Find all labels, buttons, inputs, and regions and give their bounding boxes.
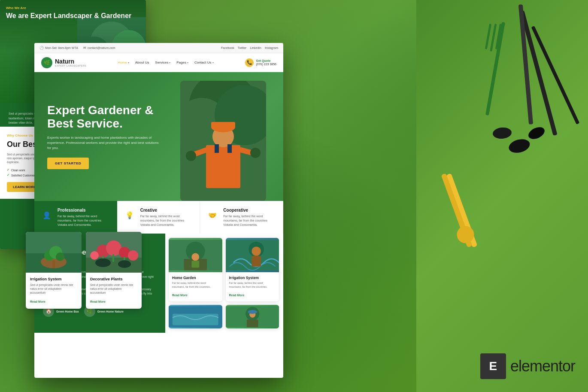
logo-tagline: EXPERT LANDSCAPERS	[55, 64, 86, 67]
card-landscaping	[226, 305, 279, 328]
topbar-social: Facebook Twitter LinkedIn Instagram	[221, 46, 278, 49]
svg-rect-66	[112, 254, 114, 262]
social-instagram[interactable]: Instagram	[265, 46, 278, 49]
card-irrigation: Irrigation System Far far away, behind t…	[226, 238, 279, 301]
irrigation-card-text: Sed ut perspiciatis unde omnis iste natu…	[30, 283, 77, 295]
irrigation-body: Irrigation System Far far away, behind t…	[226, 272, 279, 301]
back-eyebrow: Who We Are	[6, 6, 131, 10]
logo[interactable]: 🌿 Naturn EXPERT LANDSCAPERS	[41, 57, 86, 68]
svg-rect-43	[252, 256, 261, 267]
plants-card-img	[86, 232, 142, 273]
hero-section: Expert Gardener & Best Service. Experts …	[34, 72, 283, 201]
cooperative-icon: 🤝	[206, 209, 219, 222]
hero-subtitle: Experts worker in landscaping and home p…	[47, 135, 159, 151]
card-home-garden: Home Garden Far far away, behind the wor…	[169, 238, 222, 301]
cards-bottom-row	[165, 305, 279, 328]
svg-point-5	[527, 125, 546, 142]
irrigation-card-img	[26, 232, 82, 273]
svg-point-3	[507, 137, 531, 155]
card-pool	[169, 305, 222, 328]
logo-name: Naturn	[55, 58, 86, 64]
svg-point-32	[250, 148, 261, 158]
svg-rect-48	[246, 319, 258, 327]
social-linkedin[interactable]: LinkedIn	[250, 46, 261, 49]
social-twitter[interactable]: Twitter	[238, 46, 247, 49]
hero-worker-figure	[180, 81, 266, 201]
svg-point-56	[56, 252, 64, 261]
irrigation-text: Far far away, behind the word mountains,…	[229, 281, 276, 289]
creative-icon: 💡	[123, 209, 136, 222]
svg-point-68	[95, 258, 111, 267]
svg-rect-7	[485, 24, 491, 49]
quote-info: Get Quote (070) 223 3856	[256, 59, 276, 66]
back-hero-title: We are Expert Landscaper & Gardener	[6, 12, 131, 20]
feature-cooperative: 🤝 Cooperative Far far away, behind the w…	[200, 201, 283, 234]
svg-point-64	[128, 250, 138, 261]
social-facebook[interactable]: Facebook	[221, 46, 234, 49]
plants-card-body: Decorative Plants Sed ut perspiciatis un…	[86, 273, 142, 309]
svg-point-50	[248, 310, 257, 314]
logo-icon: 🌿	[41, 57, 52, 68]
home-garden-body: Home Garden Far far away, behind the wor…	[169, 272, 222, 301]
nav-contact[interactable]: Contact Us ▾	[194, 61, 214, 64]
tools-decoration	[416, 0, 588, 392]
feature-text-creative: Creative Far far away, behind the word m…	[140, 208, 194, 227]
hero-cta-button[interactable]: GET STARTED	[47, 158, 89, 169]
hero-content: Expert Gardener & Best Service. Experts …	[47, 104, 159, 170]
landscaping-img	[226, 305, 279, 328]
irrigation-card-title: Irrigation System	[30, 277, 77, 281]
topbar-hours: 🕐 Mon-Sat: 8am-6pm WTA	[39, 46, 78, 50]
badge-home-label: Green Home Box	[56, 310, 79, 313]
home-garden-link[interactable]: Read More	[172, 294, 188, 297]
image-cards-section: Home Garden Far far away, behind the wor…	[165, 234, 283, 333]
svg-point-31	[186, 151, 196, 161]
email-icon: ✉	[83, 46, 86, 50]
svg-point-4	[492, 127, 512, 140]
elementor-icon: E	[480, 353, 506, 379]
feature-desc-cooperative: Far far away, behind the word mountains,…	[223, 214, 277, 227]
feature-desc-professionals: Far far away, behind the word mountains,…	[58, 214, 111, 227]
feature-title-professionals: Professionals	[58, 208, 111, 213]
svg-rect-25	[206, 145, 240, 188]
plants-card-title: Decorative Plants	[90, 277, 137, 281]
nav-home[interactable]: Home ▾	[118, 61, 129, 64]
front-page-mockup: 🕐 Mon-Sat: 8am-6pm WTA ✉ contact@naturn.…	[34, 43, 283, 378]
tools-svg	[416, 0, 588, 392]
bottom-service-cards: Irrigation System Sed ut perspiciatis un…	[26, 232, 142, 309]
quote-phone: (070) 223 3856	[256, 63, 276, 66]
svg-point-42	[252, 247, 261, 256]
irrigation-card-link[interactable]: Read More	[30, 300, 45, 303]
svg-point-69	[118, 260, 131, 268]
plants-card-link[interactable]: Read More	[90, 300, 106, 303]
home-garden-title: Home Garden	[172, 276, 219, 280]
feature-desc-creative: Far far away, behind the word mountains,…	[140, 214, 194, 227]
phone-icon: 📞	[245, 58, 254, 67]
badge-nature-label: Green Home Nature	[97, 310, 124, 313]
cards-top-row: Home Garden Far far away, behind the wor…	[165, 238, 279, 301]
feature-title-cooperative: Cooperative	[223, 208, 277, 213]
home-garden-img	[169, 238, 222, 272]
clock-icon: 🕐	[39, 46, 44, 50]
feature-creative: 💡 Creative Far far away, behind the word…	[117, 201, 200, 234]
elementor-brand: elementor	[510, 357, 575, 375]
irrigation-link[interactable]: Read More	[229, 294, 245, 297]
svg-rect-28	[211, 122, 235, 128]
irrigation-card-body: Irrigation System Sed ut perspiciatis un…	[26, 273, 82, 309]
feature-title-creative: Creative	[140, 208, 194, 213]
pool-img	[169, 305, 222, 328]
feature-text-professionals: Professionals Far far away, behind the w…	[58, 208, 111, 227]
svg-point-38	[191, 253, 199, 261]
get-quote-label[interactable]: Get Quote	[256, 59, 276, 63]
navbar: 🌿 Naturn EXPERT LANDSCAPERS Home ▾ About…	[34, 53, 283, 72]
service-card-irrigation: Irrigation System Sed ut perspiciatis un…	[26, 232, 82, 309]
hero-title: Expert Gardener & Best Service.	[47, 104, 159, 131]
elementor-badge: E elementor	[480, 353, 575, 379]
svg-rect-57	[52, 260, 55, 268]
irrigation-img	[226, 238, 279, 272]
plants-card-text: Sed ut perspiciatis unde omnis iste natu…	[90, 283, 137, 295]
nav-services[interactable]: Services ▾	[155, 61, 171, 64]
nav-about[interactable]: About Us	[135, 61, 149, 64]
nav-links: Home ▾ About Us Services ▾ Pages ▾ Conta…	[118, 61, 213, 64]
nav-pages[interactable]: Pages ▾	[176, 61, 188, 64]
professionals-icon: 👤	[40, 209, 53, 222]
